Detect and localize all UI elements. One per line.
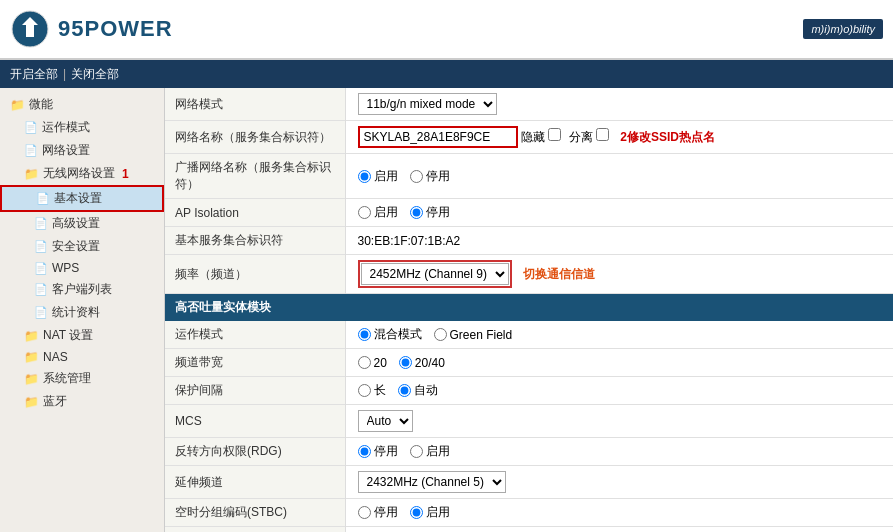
sidebar-item-wps[interactable]: 📄 WPS xyxy=(0,258,164,278)
row-bssid: 基本服务集合标识符 30:EB:1F:07:1B:A2 xyxy=(165,227,893,255)
page-icon-stats: 📄 xyxy=(34,306,48,319)
radio-ap-iso-disable-label: 停用 xyxy=(426,204,450,221)
row-guard-interval: 保护间隔 长 自动 xyxy=(165,377,893,405)
radio-bw-20-input[interactable] xyxy=(358,356,371,369)
radio-broadcast-enable[interactable]: 启用 xyxy=(358,168,398,185)
radio-stbc-enable-input[interactable] xyxy=(410,506,423,519)
radio-ap-iso-disable-input[interactable] xyxy=(410,206,423,219)
radio-stbc-disable[interactable]: 停用 xyxy=(358,504,398,521)
radio-guard-long-label: 长 xyxy=(374,382,386,399)
page-icon-clients: 📄 xyxy=(34,283,48,296)
radio-ap-iso-enable-input[interactable] xyxy=(358,206,371,219)
sidebar-item-bluetooth[interactable]: 📁 蓝牙 xyxy=(0,390,164,413)
close-all-link[interactable]: 关闭全部 xyxy=(71,66,119,83)
sidebar-item-nat[interactable]: 📁 NAT 设置 xyxy=(0,324,164,347)
label-ext-channel: 延伸频道 xyxy=(165,466,345,499)
radio-stbc-enable[interactable]: 启用 xyxy=(410,504,450,521)
radio-group-stbc: 停用 启用 xyxy=(358,504,884,521)
row-ap-isolation: AP Isolation 启用 停用 xyxy=(165,199,893,227)
radio-green-field[interactable]: Green Field xyxy=(434,328,513,342)
sidebar-label-nas: NAS xyxy=(43,350,68,364)
radio-ap-iso-enable[interactable]: 启用 xyxy=(358,204,398,221)
radio-rdg-disable-input[interactable] xyxy=(358,445,371,458)
cell-ext-channel: 2412MHz (Channel 1) 2432MHz (Channel 5) … xyxy=(345,466,893,499)
sidebar-item-stats[interactable]: 📄 统计资料 xyxy=(0,301,164,324)
sidebar-label-operation-mode: 运作模式 xyxy=(42,119,90,136)
radio-guard-long[interactable]: 长 xyxy=(358,382,386,399)
radio-stbc-disable-label: 停用 xyxy=(374,504,398,521)
radio-ap-iso-disable[interactable]: 停用 xyxy=(410,204,450,221)
radio-bw-20[interactable]: 20 xyxy=(358,356,387,370)
input-ssid[interactable] xyxy=(358,126,518,148)
sidebar-label-security: 安全设置 xyxy=(52,238,100,255)
radio-group-ap-isolation: 启用 停用 xyxy=(358,204,884,221)
cell-mcs: Auto 0 1 xyxy=(345,405,893,438)
radio-group-bandwidth: 20 20/40 xyxy=(358,356,884,370)
radio-guard-auto[interactable]: 自动 xyxy=(398,382,438,399)
radio-guard-long-input[interactable] xyxy=(358,384,371,397)
cell-bssid: 30:EB:1F:07:1B:A2 xyxy=(345,227,893,255)
select-ext-channel[interactable]: 2412MHz (Channel 1) 2432MHz (Channel 5) … xyxy=(358,471,506,493)
form-table-2: 运作模式 混合模式 Green Field xyxy=(165,321,893,532)
radio-mixed-mode-input[interactable] xyxy=(358,328,371,341)
cell-stbc: 停用 启用 xyxy=(345,499,893,527)
cell-channel: 2412MHz (Channel 1) 2437MHz (Channel 6) … xyxy=(345,255,893,294)
sidebar-item-network-settings[interactable]: 📄 网络设置 xyxy=(0,139,164,162)
logo-icon xyxy=(10,9,50,49)
radio-broadcast-disable[interactable]: 停用 xyxy=(410,168,450,185)
sidebar-item-client-list[interactable]: 📄 客户端列表 xyxy=(0,278,164,301)
sidebar-item-weina[interactable]: 📁 微能 xyxy=(0,93,164,116)
radio-stbc-disable-input[interactable] xyxy=(358,506,371,519)
sidebar: 📁 微能 📄 运作模式 📄 网络设置 📁 无线网络设置 1 📄 基本设置 xyxy=(0,88,165,532)
content-area: 网络模式 11b/g/n mixed mode 11b only 11g onl… xyxy=(165,88,893,532)
label-ap-isolation: AP Isolation xyxy=(165,199,345,227)
sidebar-item-advanced[interactable]: 📄 高级设置 xyxy=(0,212,164,235)
sidebar-label-clients: 客户端列表 xyxy=(52,281,112,298)
radio-broadcast-enable-input[interactable] xyxy=(358,170,371,183)
radio-mixed-mode[interactable]: 混合模式 xyxy=(358,326,422,343)
radio-guard-auto-input[interactable] xyxy=(398,384,411,397)
open-all-link[interactable]: 开启全部 xyxy=(10,66,58,83)
label-bssid: 基本服务集合标识符 xyxy=(165,227,345,255)
radio-bw-2040[interactable]: 20/40 xyxy=(399,356,445,370)
radio-rdg-enable[interactable]: 启用 xyxy=(410,443,450,460)
label-bandwidth: 频道带宽 xyxy=(165,349,345,377)
radio-broadcast-disable-input[interactable] xyxy=(410,170,423,183)
header: 95POWER m)i)m)o)bility xyxy=(0,0,893,60)
sidebar-item-operation-mode[interactable]: 📄 运作模式 xyxy=(0,116,164,139)
label-stbc: 空时分组编码(STBC) xyxy=(165,499,345,527)
cell-bandwidth: 20 20/40 xyxy=(345,349,893,377)
label-amsdu: 聚合MAC业务数据单元（A-MSDU） xyxy=(165,527,345,533)
select-mcs[interactable]: Auto 0 1 xyxy=(358,410,413,432)
sidebar-label-network: 网络设置 xyxy=(42,142,90,159)
label-ssid: 网络名称（服务集合标识符） xyxy=(165,121,345,154)
sidebar-item-security[interactable]: 📄 安全设置 xyxy=(0,235,164,258)
radio-rdg-disable[interactable]: 停用 xyxy=(358,443,398,460)
row-op-mode: 运作模式 混合模式 Green Field xyxy=(165,321,893,349)
radio-green-field-input[interactable] xyxy=(434,328,447,341)
radio-bw-2040-input[interactable] xyxy=(399,356,412,369)
folder-icon-nat: 📁 xyxy=(24,329,39,343)
page-icon-wps: 📄 xyxy=(34,262,48,275)
checkbox-hide-ssid[interactable] xyxy=(548,128,561,141)
select-network-mode[interactable]: 11b/g/n mixed mode 11b only 11g only 11n… xyxy=(358,93,497,115)
folder-icon-bluetooth: 📁 xyxy=(24,395,39,409)
page-icon-basic: 📄 xyxy=(36,192,50,205)
cell-network-mode: 11b/g/n mixed mode 11b only 11g only 11n… xyxy=(345,88,893,121)
ssid-split-label: 分离 xyxy=(569,130,593,144)
radio-guard-auto-label: 自动 xyxy=(414,382,438,399)
sidebar-item-nas[interactable]: 📁 NAS xyxy=(0,347,164,367)
folder-icon-nas: 📁 xyxy=(24,350,39,364)
sidebar-item-wireless[interactable]: 📁 无线网络设置 1 xyxy=(0,162,164,185)
radio-rdg-enable-input[interactable] xyxy=(410,445,423,458)
cell-broadcast-ssid: 启用 停用 xyxy=(345,154,893,199)
sidebar-item-basic-settings[interactable]: 📄 基本设置 xyxy=(0,185,164,212)
select-channel[interactable]: 2412MHz (Channel 1) 2437MHz (Channel 6) … xyxy=(361,263,509,285)
nav-separator: | xyxy=(63,67,66,81)
radio-rdg-enable-label: 启用 xyxy=(426,443,450,460)
sidebar-label-wireless: 无线网络设置 xyxy=(43,165,115,182)
sidebar-item-sysadmin[interactable]: 📁 系统管理 xyxy=(0,367,164,390)
radio-bw-20-label: 20 xyxy=(374,356,387,370)
cell-ssid: 隐藏 分离 2修改SSID热点名 xyxy=(345,121,893,154)
checkbox-split-ssid[interactable] xyxy=(596,128,609,141)
